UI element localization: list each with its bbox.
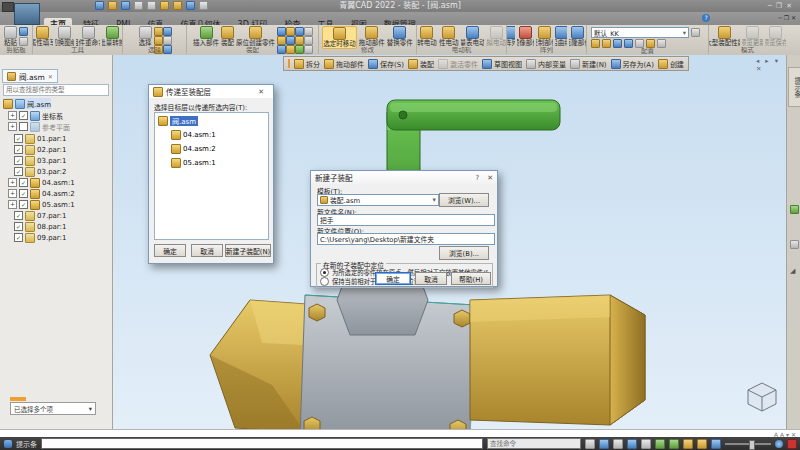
preview-update-button[interactable]: 预览更新 xyxy=(742,26,763,47)
filename-field[interactable]: 把手 xyxy=(317,214,495,226)
preview-save-button[interactable]: 预览保存 xyxy=(765,26,786,47)
config-tool-icon-4[interactable] xyxy=(624,39,633,48)
relate-icon-8[interactable] xyxy=(304,36,313,45)
tree-row-subassembly[interactable]: +✓05.asm:1 xyxy=(8,199,75,210)
save-as-cmd-button[interactable]: 另存为(A) xyxy=(611,59,654,69)
tree-row-part[interactable]: ✓03.par:2 xyxy=(14,166,66,177)
relate-icon-3[interactable] xyxy=(295,27,304,36)
tree-row-part[interactable]: ✓03.par:1 xyxy=(14,155,66,166)
prompt-bar-vertical-tab[interactable]: 提示条 xyxy=(788,67,800,107)
document-window-controls[interactable]: ─ ❐ ✕ xyxy=(778,14,796,21)
new-subassembly-close-icon[interactable]: ✕ xyxy=(487,174,493,182)
relate-icon-5[interactable] xyxy=(277,36,286,45)
linear-motor-button[interactable]: 线性电动机 xyxy=(439,26,459,47)
insert-part-button[interactable]: 插入部件 xyxy=(193,26,219,47)
transfer-target-tree[interactable]: 阀.asm 04.asm:1 04.asm:2 05.asm:1 xyxy=(154,112,269,240)
config-tool-icon-5[interactable] xyxy=(635,39,644,48)
transfer-ok-button[interactable]: 确定 xyxy=(154,244,186,257)
duplicate-component-button[interactable]: 复制部件 xyxy=(536,26,553,47)
config-tool-icon-7[interactable] xyxy=(657,39,666,48)
property-fill-button[interactable]: 属性填写 xyxy=(33,26,53,47)
relate-icon-11[interactable] xyxy=(295,45,304,54)
pathfinder-tab-close-icon[interactable]: ✕ xyxy=(48,73,53,80)
relate-icon-4[interactable] xyxy=(304,27,313,36)
clone-component-button[interactable]: 克隆部件 xyxy=(569,26,586,47)
zoom-area-icon[interactable] xyxy=(627,439,637,449)
tree-root-row[interactable]: 阀.asm xyxy=(3,98,51,109)
config-tool-icon-1[interactable] xyxy=(591,39,600,48)
tree-row-subassembly[interactable]: +✓04.asm:2 xyxy=(8,188,75,199)
tree-row-part[interactable]: ✓07.par:1 xyxy=(14,210,66,221)
move-on-select-button[interactable]: 选定时移动 xyxy=(322,26,357,49)
view-orientation-cube[interactable] xyxy=(742,377,782,417)
cut-icon[interactable] xyxy=(19,27,28,36)
rotary-motor-button[interactable]: 旋转电动机 xyxy=(417,26,437,47)
select-arrow-icon[interactable] xyxy=(585,439,595,449)
config-apply-icon[interactable] xyxy=(691,28,700,37)
drag-component-button[interactable]: 拖动部件 xyxy=(359,26,385,47)
tree-row-part[interactable]: ✓09.par:1 xyxy=(14,232,66,243)
browse-template-button[interactable]: 浏览(W)... xyxy=(439,193,489,207)
template-combo[interactable]: 装配.asm ▾ xyxy=(317,194,439,206)
split-button[interactable]: 拆分 xyxy=(294,59,320,69)
config-tool-icon-2[interactable] xyxy=(602,39,611,48)
relate-icon-1[interactable] xyxy=(277,27,286,36)
newsub-cancel-button[interactable]: 取消 xyxy=(415,272,447,285)
relate-icon-6[interactable] xyxy=(286,36,295,45)
fit-icon[interactable] xyxy=(641,439,651,449)
view-styles-icon[interactable] xyxy=(711,439,721,449)
tree-item[interactable]: 04.asm:1 xyxy=(171,130,268,140)
pathfinder-search-input[interactable] xyxy=(3,84,109,96)
new-subassembly-button[interactable]: 新建子装配(N) xyxy=(225,244,271,257)
pan-icon[interactable] xyxy=(655,439,665,449)
variable-table-motor-button[interactable]: 变量表电动机 xyxy=(461,26,485,47)
tree-row-coordsys[interactable]: +✓坐标系 xyxy=(8,110,63,121)
select-tool-icon-6[interactable] xyxy=(163,45,172,54)
rename-component-button[interactable]: 组件重命名 xyxy=(76,26,100,47)
relate-icon-10[interactable] xyxy=(286,45,295,54)
sketch-view-button[interactable]: 草图视图 xyxy=(482,59,522,69)
zoom-slider[interactable] xyxy=(725,443,771,445)
batch-convert-button[interactable]: 批量转换 xyxy=(102,26,122,47)
dock-expand-icon[interactable]: ◢ xyxy=(790,267,795,275)
stop-record-icon[interactable] xyxy=(787,439,797,449)
pathfinder-tab[interactable]: 阀.asm ✕ xyxy=(2,69,58,83)
simulate-motor-button[interactable]: 模拟电动机 xyxy=(486,26,506,47)
panel-header-controls[interactable]: ◂ ▸ ▾ ✕ xyxy=(756,57,786,73)
save-cmd-button[interactable]: 保存(S) xyxy=(368,59,404,69)
transfer-cancel-button[interactable]: 取消 xyxy=(191,244,223,257)
configuration-combo[interactable]: 默认_KK▾ xyxy=(591,27,689,38)
newsub-ok-button[interactable]: 确定 xyxy=(375,272,411,285)
create-cmd-button[interactable]: 创建 xyxy=(658,59,684,69)
along-curve-button[interactable]: 沿曲线 xyxy=(555,26,568,47)
rotate-icon[interactable] xyxy=(669,439,679,449)
mirror-component-button[interactable]: 镜像部件 xyxy=(517,26,534,47)
zoom-icon[interactable] xyxy=(613,439,623,449)
command-bar-grip[interactable] xyxy=(288,59,290,68)
window-controls[interactable]: ─❐✕ xyxy=(768,2,796,10)
drag-component-cmd-button[interactable]: 拖动部件 xyxy=(324,59,364,69)
command-search-input[interactable] xyxy=(487,438,581,449)
relate-icon-2[interactable] xyxy=(286,27,295,36)
config-tool-icon-6[interactable] xyxy=(646,39,655,48)
tree-row-subassembly[interactable]: +✓04.asm:1 xyxy=(8,177,75,188)
create-in-place-button[interactable]: 原位创建零件 xyxy=(236,26,275,47)
app-logo[interactable] xyxy=(14,3,40,25)
config-tool-icon-3[interactable] xyxy=(613,39,622,48)
assemble-button[interactable]: 装配 xyxy=(221,26,234,47)
help-icon[interactable]: ? xyxy=(702,14,710,22)
large-assembly-performance-button[interactable]: 大型装配性能 xyxy=(709,26,740,47)
multi-selection-box[interactable]: 已选择多个项▾ xyxy=(10,402,96,415)
pattern-button[interactable]: 阵列 xyxy=(507,26,515,47)
paste-button[interactable]: 粘贴 xyxy=(4,26,17,47)
assemble-cmd-button[interactable]: 装配 xyxy=(408,59,434,69)
named-views-icon[interactable] xyxy=(697,439,707,449)
settings-gear-icon[interactable] xyxy=(775,440,783,448)
dock-tool-icon-1[interactable] xyxy=(790,205,799,214)
tree-row-part[interactable]: ✓08.par:1 xyxy=(14,221,66,232)
window-view-icon[interactable] xyxy=(599,439,609,449)
zoom-slider-knob[interactable] xyxy=(749,440,755,450)
transfer-dialog-titlebar[interactable]: 传递至装配层 ✕ xyxy=(149,85,273,98)
new-subassembly-titlebar[interactable]: 新建子装配 ? ✕ xyxy=(311,171,497,184)
relate-icon-7[interactable] xyxy=(295,36,304,45)
